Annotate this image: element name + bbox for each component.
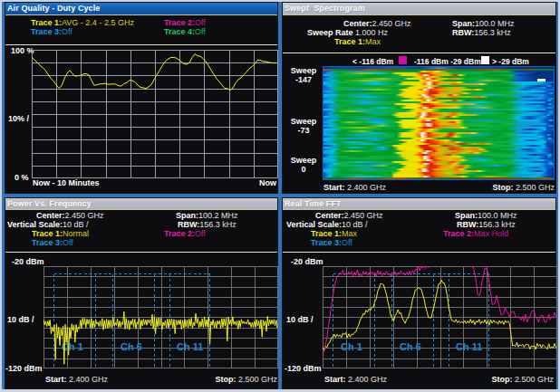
svg-text:Ch 11: Ch 11 <box>177 341 203 352</box>
svg-text:Ch 6: Ch 6 <box>121 341 142 352</box>
svg-text:Ch 6: Ch 6 <box>400 341 421 352</box>
svg-text:Ch 1: Ch 1 <box>341 341 362 352</box>
svg-text:Ch 11: Ch 11 <box>456 341 482 352</box>
